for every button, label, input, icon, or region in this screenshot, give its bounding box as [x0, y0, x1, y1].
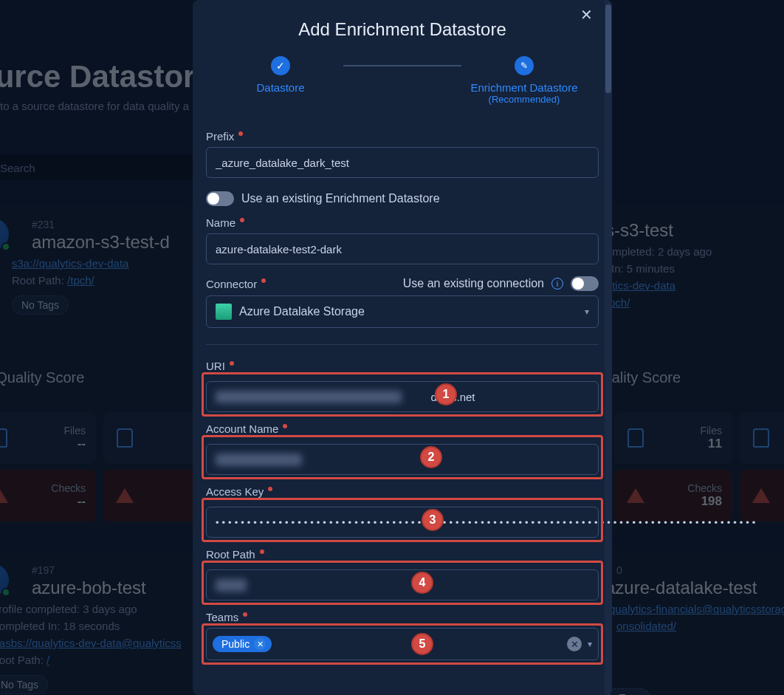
connector-label: Connector	[206, 278, 266, 290]
use-existing-enrichment-label: Use an existing Enrichment Datastore	[241, 192, 440, 205]
check-icon: ✓	[276, 60, 285, 72]
teams-select[interactable]: Public ✕ ✕ ▾	[206, 628, 599, 660]
connector-select[interactable]: Azure Datalake Storage ▾	[206, 295, 599, 328]
scrollbar-thumb[interactable]	[605, 4, 611, 93]
remove-chip-icon[interactable]: ✕	[254, 638, 266, 650]
azure-datalake-icon	[216, 304, 232, 320]
access-key-input[interactable]: ••••••••••••••••••••••••••••••••••••••••…	[206, 507, 599, 538]
use-existing-connection-label: Use an existing connection	[403, 277, 544, 290]
close-icon[interactable]: ✕	[580, 6, 593, 24]
edit-icon: ✎	[520, 61, 528, 71]
scrollbar-track[interactable]	[605, 0, 612, 695]
use-existing-connection-toggle[interactable]	[571, 276, 599, 291]
required-dot	[238, 131, 243, 136]
step-datastore[interactable]: ✓ Datastore	[218, 56, 343, 94]
use-existing-enrichment-toggle[interactable]	[206, 191, 234, 206]
callout-badge-3: 3	[422, 509, 444, 531]
account-name-input[interactable]: xxxxxxxxxxxxxxx	[206, 444, 599, 475]
divider	[206, 344, 599, 345]
callout-badge-2: 2	[420, 446, 442, 468]
team-chip-public[interactable]: Public ✕	[213, 636, 272, 652]
clear-all-icon[interactable]: ✕	[567, 637, 582, 651]
callout-badge-4: 4	[411, 572, 433, 594]
chevron-down-icon: ▾	[588, 639, 592, 649]
callout-badge-1: 1	[435, 383, 457, 405]
teams-label: Teams	[206, 611, 599, 623]
info-icon[interactable]: i	[551, 278, 563, 290]
step-connector	[343, 65, 461, 66]
chevron-down-icon: ▾	[585, 307, 589, 317]
root-path-input[interactable]: xxxxx	[206, 569, 599, 600]
uri-input[interactable]: xxxxxxxxxxxxxxxxxxxxxxxxxxxxxxxxx dows.n…	[206, 381, 599, 412]
add-enrichment-datastore-modal: ✕ Add Enrichment Datastore ✓ Datastore ✎…	[193, 0, 612, 695]
callout-badge-5: 5	[411, 633, 433, 655]
prefix-label: Prefix	[206, 130, 599, 143]
account-name-label: Account Name	[206, 422, 599, 435]
step-enrichment[interactable]: ✎ Enrichment Datastore (Recommended)	[461, 56, 587, 105]
name-label: Name	[206, 216, 599, 229]
stepper: ✓ Datastore ✎ Enrichment Datastore (Reco…	[193, 56, 612, 105]
prefix-input[interactable]	[206, 147, 599, 178]
name-input[interactable]	[206, 233, 599, 264]
access-key-label: Access Key	[206, 485, 599, 498]
root-path-label: Root Path	[206, 548, 599, 561]
uri-label: URI	[206, 360, 599, 372]
modal-title: Add Enrichment Datastore	[193, 19, 612, 40]
